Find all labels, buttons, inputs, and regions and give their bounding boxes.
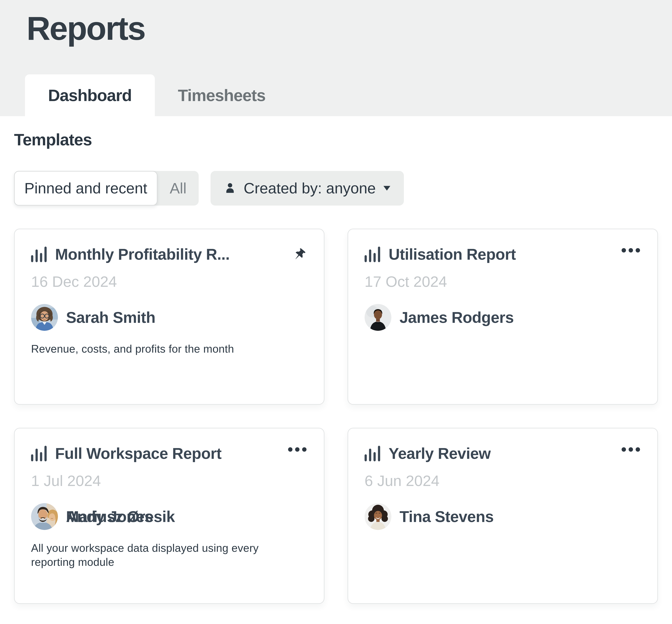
author-name-overlap: Mariusz Øresik <box>66 508 175 526</box>
report-card-full-workspace[interactable]: Full Workspace Report 1 Jul 2024 <box>14 428 324 604</box>
view-segmented-control: Pinned and recent All <box>14 171 199 206</box>
report-cards-grid: Monthly Profitability R... 16 Dec 2024 <box>14 229 658 604</box>
templates-heading: Templates <box>14 130 658 149</box>
author-name: Tina Stevens <box>399 508 494 526</box>
bar-chart-icon <box>31 445 47 461</box>
avatar-andy-jones <box>31 503 58 530</box>
report-card-yearly-review[interactable]: Yearly Review 6 Jun 2024 <box>348 428 658 604</box>
bar-chart-icon <box>365 246 380 262</box>
card-head: Utilisation Report <box>365 245 643 264</box>
author-name: James Rodgers <box>399 309 514 327</box>
tab-timesheets[interactable]: Timesheets <box>155 74 289 116</box>
report-card-monthly-profitability[interactable]: Monthly Profitability R... 16 Dec 2024 <box>14 229 324 405</box>
avatar-tina-stevens <box>365 503 391 530</box>
person-icon <box>224 182 237 194</box>
ellipsis-icon <box>621 248 640 253</box>
created-by-filter[interactable]: Created by: anyone <box>210 171 404 206</box>
author-names-overlapping: Andy Jones Mariusz Øresik <box>66 503 309 530</box>
avatar-sarah-smith <box>31 304 58 331</box>
card-head: Yearly Review <box>365 444 643 463</box>
card-description: All your workspace data displayed using … <box>31 541 287 569</box>
avatar-james-rodgers <box>365 304 391 331</box>
page-header: Reports Dashboard Timesheets <box>0 0 672 116</box>
card-head: Monthly Profitability R... <box>31 245 309 264</box>
tab-bar: Dashboard Timesheets <box>25 74 289 116</box>
card-menu-button[interactable] <box>620 246 642 255</box>
created-by-label: Created by: anyone <box>244 180 376 197</box>
card-date: 16 Dec 2024 <box>31 272 309 291</box>
card-title: Yearly Review <box>389 444 491 463</box>
card-author: Tina Stevens <box>365 503 643 530</box>
ellipsis-icon <box>621 447 640 452</box>
card-description: Revenue, costs, and profits for the mont… <box>31 342 287 356</box>
card-date: 1 Jul 2024 <box>31 472 309 490</box>
pin-icon <box>292 248 307 262</box>
filter-row: Pinned and recent All Created by: anyone <box>14 171 658 206</box>
caret-down-icon <box>383 185 391 191</box>
ellipsis-icon <box>288 447 307 452</box>
card-title: Monthly Profitability R... <box>55 245 229 264</box>
segment-pinned-and-recent[interactable]: Pinned and recent <box>14 171 157 206</box>
card-author: Sarah Smith <box>31 304 309 331</box>
author-name: Sarah Smith <box>66 309 155 327</box>
card-head: Full Workspace Report <box>31 444 309 463</box>
bar-chart-icon <box>31 246 47 262</box>
card-date: 6 Jun 2024 <box>365 472 643 490</box>
page-title: Reports <box>27 9 145 47</box>
card-author: Andy Jones Mariusz Øresik <box>31 503 309 530</box>
tab-dashboard[interactable]: Dashboard <box>25 74 155 116</box>
report-card-utilisation[interactable]: Utilisation Report 17 Oct 2024 <box>348 229 658 405</box>
card-menu-button[interactable] <box>620 446 642 454</box>
card-author: James Rodgers <box>365 304 643 331</box>
bar-chart-icon <box>365 445 380 461</box>
segment-all[interactable]: All <box>157 171 199 206</box>
card-title: Utilisation Report <box>389 245 516 264</box>
card-title: Full Workspace Report <box>55 444 221 463</box>
card-date: 17 Oct 2024 <box>365 272 643 291</box>
pin-button[interactable] <box>291 246 308 264</box>
main-content: Templates Pinned and recent All Created … <box>0 130 672 604</box>
card-menu-button[interactable] <box>287 446 308 454</box>
